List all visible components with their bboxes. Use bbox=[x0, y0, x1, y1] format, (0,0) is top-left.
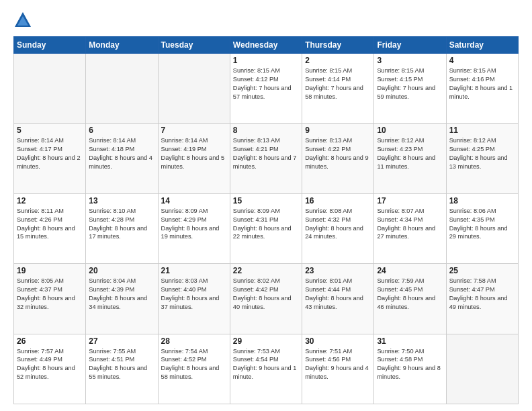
calendar-cell: 8Sunrise: 8:13 AM Sunset: 4:21 PM Daylig… bbox=[230, 124, 302, 193]
day-number: 14 bbox=[161, 196, 227, 205]
week-row-4: 19Sunrise: 8:05 AM Sunset: 4:37 PM Dayli… bbox=[14, 264, 519, 334]
calendar-cell bbox=[14, 54, 86, 124]
week-row-5: 26Sunrise: 7:57 AM Sunset: 4:49 PM Dayli… bbox=[14, 334, 519, 404]
calendar-cell: 31Sunrise: 7:50 AM Sunset: 4:58 PM Dayli… bbox=[374, 334, 446, 404]
calendar-cell: 4Sunrise: 8:15 AM Sunset: 4:16 PM Daylig… bbox=[446, 54, 518, 124]
calendar-cell: 17Sunrise: 8:07 AM Sunset: 4:34 PM Dayli… bbox=[374, 193, 446, 263]
day-info: Sunrise: 7:55 AM Sunset: 4:51 PM Dayligh… bbox=[89, 347, 154, 382]
day-number: 8 bbox=[233, 126, 299, 135]
day-info: Sunrise: 8:11 AM Sunset: 4:26 PM Dayligh… bbox=[17, 207, 83, 242]
day-number: 15 bbox=[233, 196, 299, 205]
calendar-cell bbox=[86, 54, 158, 124]
calendar-cell: 1Sunrise: 8:15 AM Sunset: 4:12 PM Daylig… bbox=[230, 54, 302, 124]
calendar-cell: 12Sunrise: 8:11 AM Sunset: 4:26 PM Dayli… bbox=[14, 193, 86, 263]
day-info: Sunrise: 8:13 AM Sunset: 4:21 PM Dayligh… bbox=[233, 136, 299, 171]
weekday-header-thursday: Thursday bbox=[302, 37, 374, 54]
calendar-cell: 28Sunrise: 7:54 AM Sunset: 4:52 PM Dayli… bbox=[158, 334, 230, 404]
calendar-cell: 11Sunrise: 8:12 AM Sunset: 4:25 PM Dayli… bbox=[446, 124, 518, 193]
calendar-cell: 15Sunrise: 8:09 AM Sunset: 4:31 PM Dayli… bbox=[230, 193, 302, 263]
day-number: 29 bbox=[233, 336, 299, 346]
calendar-cell: 27Sunrise: 7:55 AM Sunset: 4:51 PM Dayli… bbox=[86, 334, 158, 404]
weekday-header-tuesday: Tuesday bbox=[158, 37, 230, 54]
day-info: Sunrise: 7:59 AM Sunset: 4:45 PM Dayligh… bbox=[377, 277, 443, 312]
calendar-cell: 3Sunrise: 8:15 AM Sunset: 4:15 PM Daylig… bbox=[374, 54, 446, 124]
calendar-cell: 30Sunrise: 7:51 AM Sunset: 4:56 PM Dayli… bbox=[302, 334, 374, 404]
day-info: Sunrise: 7:57 AM Sunset: 4:49 PM Dayligh… bbox=[17, 347, 83, 382]
header bbox=[13, 11, 519, 30]
day-number: 20 bbox=[89, 266, 154, 275]
day-info: Sunrise: 7:54 AM Sunset: 4:52 PM Dayligh… bbox=[161, 347, 227, 382]
day-number: 6 bbox=[89, 126, 154, 135]
calendar-cell: 2Sunrise: 8:15 AM Sunset: 4:14 PM Daylig… bbox=[302, 54, 374, 124]
weekday-header-friday: Friday bbox=[374, 37, 446, 54]
day-info: Sunrise: 8:15 AM Sunset: 4:14 PM Dayligh… bbox=[305, 66, 371, 101]
calendar-cell: 7Sunrise: 8:14 AM Sunset: 4:19 PM Daylig… bbox=[158, 124, 230, 193]
calendar-cell: 6Sunrise: 8:14 AM Sunset: 4:18 PM Daylig… bbox=[86, 124, 158, 193]
calendar-cell: 9Sunrise: 8:13 AM Sunset: 4:22 PM Daylig… bbox=[302, 124, 374, 193]
week-row-3: 12Sunrise: 8:11 AM Sunset: 4:26 PM Dayli… bbox=[14, 193, 519, 263]
day-info: Sunrise: 8:06 AM Sunset: 4:35 PM Dayligh… bbox=[449, 207, 515, 242]
logo bbox=[13, 11, 35, 30]
day-number: 4 bbox=[449, 56, 515, 65]
calendar-cell: 18Sunrise: 8:06 AM Sunset: 4:35 PM Dayli… bbox=[446, 193, 518, 263]
calendar-cell: 5Sunrise: 8:14 AM Sunset: 4:17 PM Daylig… bbox=[14, 124, 86, 193]
day-info: Sunrise: 8:15 AM Sunset: 4:15 PM Dayligh… bbox=[377, 66, 443, 101]
day-number: 23 bbox=[305, 266, 371, 275]
day-info: Sunrise: 8:09 AM Sunset: 4:31 PM Dayligh… bbox=[233, 207, 299, 242]
logo-icon bbox=[13, 11, 32, 30]
weekday-header-wednesday: Wednesday bbox=[230, 37, 302, 54]
day-info: Sunrise: 8:01 AM Sunset: 4:44 PM Dayligh… bbox=[305, 277, 371, 312]
calendar-cell: 25Sunrise: 7:58 AM Sunset: 4:47 PM Dayli… bbox=[446, 264, 518, 334]
day-info: Sunrise: 8:15 AM Sunset: 4:12 PM Dayligh… bbox=[233, 66, 299, 101]
day-number: 24 bbox=[377, 266, 443, 275]
day-number: 22 bbox=[233, 266, 299, 275]
day-info: Sunrise: 8:09 AM Sunset: 4:29 PM Dayligh… bbox=[161, 207, 227, 242]
day-info: Sunrise: 8:08 AM Sunset: 4:32 PM Dayligh… bbox=[305, 207, 371, 242]
calendar-cell: 10Sunrise: 8:12 AM Sunset: 4:23 PM Dayli… bbox=[374, 124, 446, 193]
day-info: Sunrise: 7:51 AM Sunset: 4:56 PM Dayligh… bbox=[305, 347, 371, 382]
week-row-1: 1Sunrise: 8:15 AM Sunset: 4:12 PM Daylig… bbox=[14, 54, 519, 124]
day-number: 5 bbox=[17, 126, 83, 135]
calendar-cell: 24Sunrise: 7:59 AM Sunset: 4:45 PM Dayli… bbox=[374, 264, 446, 334]
calendar-cell bbox=[446, 334, 518, 404]
day-number: 7 bbox=[161, 126, 227, 135]
day-info: Sunrise: 7:50 AM Sunset: 4:58 PM Dayligh… bbox=[377, 347, 443, 382]
day-info: Sunrise: 8:05 AM Sunset: 4:37 PM Dayligh… bbox=[17, 277, 83, 312]
calendar-cell: 26Sunrise: 7:57 AM Sunset: 4:49 PM Dayli… bbox=[14, 334, 86, 404]
weekday-header-sunday: Sunday bbox=[14, 37, 86, 54]
day-info: Sunrise: 8:10 AM Sunset: 4:28 PM Dayligh… bbox=[89, 207, 154, 242]
day-number: 19 bbox=[17, 266, 83, 275]
day-info: Sunrise: 7:53 AM Sunset: 4:54 PM Dayligh… bbox=[233, 347, 299, 382]
calendar-cell: 29Sunrise: 7:53 AM Sunset: 4:54 PM Dayli… bbox=[230, 334, 302, 404]
calendar-cell bbox=[158, 54, 230, 124]
day-number: 11 bbox=[449, 126, 515, 135]
day-number: 16 bbox=[305, 196, 371, 205]
day-number: 26 bbox=[17, 336, 83, 346]
week-row-2: 5Sunrise: 8:14 AM Sunset: 4:17 PM Daylig… bbox=[14, 124, 519, 193]
weekday-header-row: SundayMondayTuesdayWednesdayThursdayFrid… bbox=[14, 37, 519, 54]
day-info: Sunrise: 8:02 AM Sunset: 4:42 PM Dayligh… bbox=[233, 277, 299, 312]
day-info: Sunrise: 8:15 AM Sunset: 4:16 PM Dayligh… bbox=[449, 66, 515, 101]
calendar-cell: 23Sunrise: 8:01 AM Sunset: 4:44 PM Dayli… bbox=[302, 264, 374, 334]
day-info: Sunrise: 7:58 AM Sunset: 4:47 PM Dayligh… bbox=[449, 277, 515, 312]
day-info: Sunrise: 8:14 AM Sunset: 4:19 PM Dayligh… bbox=[161, 136, 227, 171]
day-number: 9 bbox=[305, 126, 371, 135]
day-number: 2 bbox=[305, 56, 371, 65]
day-number: 30 bbox=[305, 336, 371, 346]
day-number: 21 bbox=[161, 266, 227, 275]
day-info: Sunrise: 8:07 AM Sunset: 4:34 PM Dayligh… bbox=[377, 207, 443, 242]
day-number: 31 bbox=[377, 336, 443, 346]
calendar-table: SundayMondayTuesdayWednesdayThursdayFrid… bbox=[13, 36, 519, 404]
calendar-cell: 19Sunrise: 8:05 AM Sunset: 4:37 PM Dayli… bbox=[14, 264, 86, 334]
day-number: 13 bbox=[89, 196, 154, 205]
day-number: 25 bbox=[449, 266, 515, 275]
calendar-cell: 13Sunrise: 8:10 AM Sunset: 4:28 PM Dayli… bbox=[86, 193, 158, 263]
day-number: 10 bbox=[377, 126, 443, 135]
day-number: 17 bbox=[377, 196, 443, 205]
calendar-cell: 14Sunrise: 8:09 AM Sunset: 4:29 PM Dayli… bbox=[158, 193, 230, 263]
day-info: Sunrise: 8:14 AM Sunset: 4:18 PM Dayligh… bbox=[89, 136, 154, 171]
day-info: Sunrise: 8:03 AM Sunset: 4:40 PM Dayligh… bbox=[161, 277, 227, 312]
page: SundayMondayTuesdayWednesdayThursdayFrid… bbox=[0, 0, 532, 411]
day-info: Sunrise: 8:14 AM Sunset: 4:17 PM Dayligh… bbox=[17, 136, 83, 171]
calendar-cell: 20Sunrise: 8:04 AM Sunset: 4:39 PM Dayli… bbox=[86, 264, 158, 334]
